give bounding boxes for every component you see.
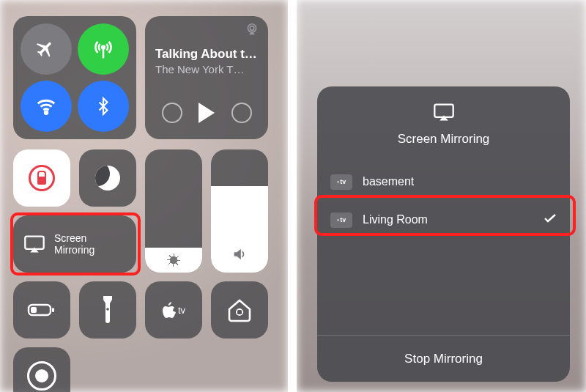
volume-slider[interactable]	[211, 149, 268, 273]
wifi-icon	[35, 95, 57, 117]
screen-record-button[interactable]	[13, 347, 70, 392]
antenna-icon	[92, 38, 114, 60]
flashlight-button[interactable]	[79, 281, 136, 339]
apple-tv-remote-button[interactable]: tv	[145, 281, 202, 339]
airplay-audio-icon	[245, 23, 259, 38]
battery-icon	[27, 302, 56, 318]
cellular-data-button[interactable]	[78, 23, 129, 75]
moon-icon	[95, 166, 120, 191]
play-button[interactable]	[199, 103, 215, 123]
control-center-panel: Talking About t… The New York T… Screen …	[0, 0, 288, 392]
mirroring-popup-panel: Screen Mirroring tv basement tv Living R…	[297, 0, 586, 392]
volume-icon	[231, 246, 248, 262]
now-playing-title: Talking About t…	[155, 47, 258, 62]
svg-rect-12	[434, 105, 453, 117]
brightness-slider[interactable]	[145, 149, 202, 273]
highlight-box-right	[314, 195, 576, 236]
now-playing-tile[interactable]: Talking About t… The New York T…	[145, 16, 268, 139]
svg-rect-7	[52, 308, 54, 312]
rotation-lock-button[interactable]	[13, 149, 70, 207]
svg-point-2	[45, 111, 48, 114]
apple-tv-badge-icon: tv	[330, 174, 352, 190]
svg-point-4	[250, 26, 254, 31]
rotation-lock-icon	[29, 165, 55, 191]
svg-point-3	[248, 24, 256, 32]
screen-mirroring-icon	[433, 103, 455, 122]
device-name: basement	[363, 175, 414, 188]
stop-mirroring-button[interactable]: Stop Mirroring	[317, 335, 570, 382]
stop-mirroring-label: Stop Mirroring	[404, 352, 483, 366]
flashlight-icon	[100, 296, 115, 324]
wifi-button[interactable]	[21, 81, 72, 132]
skip-back-button[interactable]	[162, 103, 182, 123]
brightness-icon	[167, 254, 180, 267]
svg-rect-8	[31, 307, 37, 313]
airplane-icon	[36, 39, 56, 59]
apple-tv-label: tv	[178, 305, 185, 316]
screen-mirroring-button[interactable]: Screen Mirroring	[13, 215, 136, 273]
low-power-mode-button[interactable]	[13, 281, 70, 339]
skip-forward-button[interactable]	[231, 103, 252, 123]
now-playing-subtitle: The New York T…	[155, 63, 258, 75]
bluetooth-button[interactable]	[78, 81, 129, 132]
sheet-title: Screen Mirroring	[317, 132, 570, 147]
do-not-disturb-button[interactable]	[79, 149, 136, 207]
screen-mirroring-icon	[23, 234, 45, 254]
svg-rect-5	[25, 237, 43, 249]
connectivity-group	[13, 16, 136, 139]
apple-logo-icon	[162, 301, 177, 319]
record-icon	[27, 361, 56, 391]
home-button[interactable]	[211, 281, 268, 339]
svg-rect-11	[237, 310, 242, 314]
svg-point-9	[106, 308, 109, 311]
bluetooth-icon	[94, 97, 113, 116]
airplane-mode-button[interactable]	[21, 23, 72, 75]
screen-mirroring-label-2: Mirroring	[54, 244, 94, 256]
home-icon	[226, 297, 253, 322]
screen-mirroring-label-1: Screen	[54, 232, 94, 244]
